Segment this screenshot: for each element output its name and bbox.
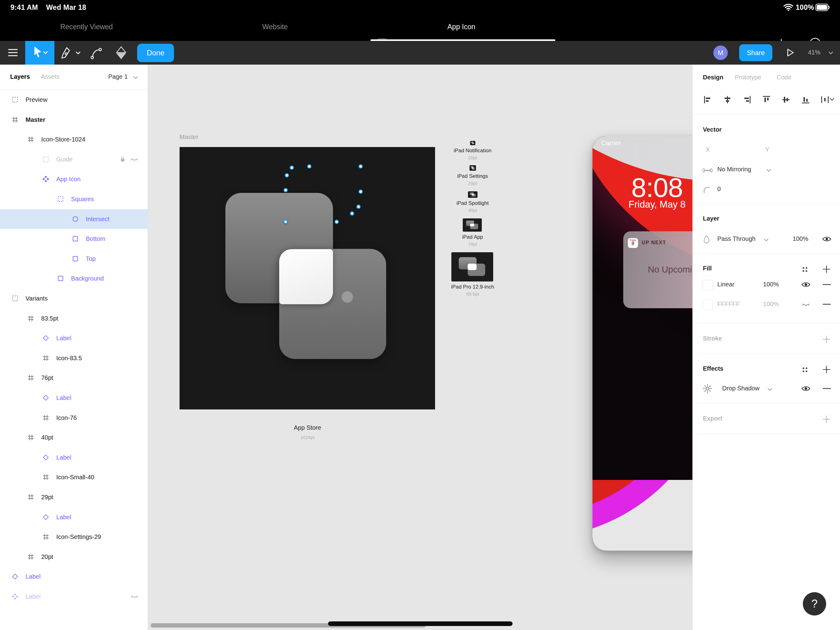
tab-code[interactable]: Code bbox=[777, 74, 791, 81]
vector-handle[interactable] bbox=[307, 164, 311, 169]
vector-handle[interactable] bbox=[358, 190, 363, 194]
help-button[interactable]: ? bbox=[803, 592, 826, 616]
fill-hidden-eye-icon[interactable] bbox=[801, 301, 811, 309]
vector-handle[interactable] bbox=[356, 204, 361, 209]
fill-row-label[interactable]: Linear bbox=[717, 281, 734, 288]
y-field[interactable]: Y bbox=[765, 146, 769, 153]
fill-styles-icon[interactable] bbox=[801, 266, 809, 274]
drop-shadow-label[interactable]: Drop Shadow bbox=[722, 385, 759, 392]
layer-row-icon-small-40[interactable]: Icon-Small-40 bbox=[0, 467, 148, 487]
fill-remove-icon[interactable] bbox=[823, 283, 831, 285]
vector-handle[interactable] bbox=[284, 220, 288, 224]
layer-row-icon-76[interactable]: Icon-76 bbox=[0, 408, 148, 427]
layer-row-variants[interactable]: Variants bbox=[0, 288, 148, 308]
layer-row-label[interactable]: Label bbox=[0, 448, 148, 467]
shape-intersect[interactable] bbox=[279, 249, 333, 304]
variant-caption-title[interactable]: iPad Settings bbox=[457, 173, 488, 179]
layer-row-intersect[interactable]: Intersect bbox=[0, 209, 148, 229]
tab-app-icon[interactable]: App Icon bbox=[447, 23, 475, 31]
page-chevron-icon[interactable] bbox=[133, 76, 138, 79]
variant-preview-20pt[interactable] bbox=[470, 141, 475, 145]
tab-assets[interactable]: Assets bbox=[41, 73, 59, 80]
variant-caption-title[interactable]: iPad Pro 12.9-inch bbox=[451, 284, 494, 290]
vector-handle[interactable] bbox=[350, 211, 354, 216]
layer-row-master[interactable]: Master bbox=[0, 110, 148, 130]
layer-row-label[interactable]: Label bbox=[0, 567, 148, 586]
layer-row-29pt[interactable]: 29pt bbox=[0, 487, 148, 507]
layer-row-label[interactable]: Label bbox=[0, 507, 148, 527]
blend-mode-select[interactable]: Pass Through bbox=[717, 235, 755, 242]
vector-handle[interactable] bbox=[290, 166, 294, 170]
layer-row-guide[interactable]: Guide bbox=[0, 149, 148, 169]
layer-row-label[interactable]: Label bbox=[0, 587, 148, 606]
fill-eye-icon[interactable] bbox=[801, 281, 811, 288]
fill-remove-icon[interactable] bbox=[823, 303, 831, 305]
layer-row-preview[interactable]: Preview bbox=[0, 90, 148, 109]
zoom-level[interactable]: 41% bbox=[808, 49, 820, 56]
effects-styles-icon[interactable] bbox=[801, 366, 809, 374]
variant-preview-40pt[interactable] bbox=[468, 192, 477, 198]
done-button[interactable]: Done bbox=[137, 44, 174, 62]
layer-row-icon-store-1024[interactable]: Icon-Store-1024 bbox=[0, 130, 148, 149]
layer-row-20pt[interactable]: 20pt bbox=[0, 547, 148, 567]
variant-caption-title[interactable]: iPad App bbox=[462, 234, 483, 240]
align-v-center-icon[interactable] bbox=[781, 95, 791, 104]
fill-row-opacity[interactable]: 100% bbox=[751, 301, 779, 308]
effects-add-icon[interactable] bbox=[822, 365, 831, 374]
lock-icon[interactable] bbox=[119, 156, 126, 163]
hidden-eye-icon[interactable] bbox=[130, 155, 138, 163]
layer-opacity-field[interactable]: 100% bbox=[781, 235, 808, 242]
mirroring-chevron-icon[interactable] bbox=[766, 169, 771, 172]
layer-row-83-5pt[interactable]: 83.5pt bbox=[0, 309, 148, 328]
align-top-icon[interactable] bbox=[762, 95, 771, 104]
pen-tool-chevron-icon[interactable] bbox=[75, 51, 82, 55]
layer-row-40pt[interactable]: 40pt bbox=[0, 427, 148, 447]
dot-circle[interactable] bbox=[342, 291, 353, 303]
present-icon[interactable] bbox=[785, 47, 796, 58]
layer-row-squares[interactable]: Squares bbox=[0, 189, 148, 209]
variant-preview-29pt[interactable] bbox=[469, 165, 476, 171]
vector-handle[interactable] bbox=[285, 173, 289, 177]
layer-row-background[interactable]: Background bbox=[0, 269, 148, 288]
layer-visibility-eye-icon[interactable] bbox=[822, 235, 832, 243]
frame-caption-title[interactable]: App Store bbox=[294, 424, 321, 431]
layer-row-top[interactable]: Top bbox=[0, 249, 148, 269]
share-button[interactable]: Share bbox=[739, 44, 772, 61]
fill-add-icon[interactable] bbox=[822, 264, 831, 274]
distribute-icon[interactable] bbox=[820, 95, 830, 104]
align-more-chevron-icon[interactable] bbox=[829, 98, 834, 101]
menu-icon[interactable] bbox=[8, 48, 18, 57]
align-bottom-icon[interactable] bbox=[801, 95, 810, 104]
variant-caption-title[interactable]: iPad Spotlight bbox=[456, 200, 489, 206]
vector-handle[interactable] bbox=[358, 164, 363, 169]
layer-row-label[interactable]: Label bbox=[0, 328, 148, 348]
page-selector[interactable]: Page 1 bbox=[108, 73, 128, 80]
frame-title-master[interactable]: Master bbox=[180, 133, 198, 141]
variant-preview-83.5pt[interactable] bbox=[452, 252, 493, 282]
blend-chevron-icon[interactable] bbox=[763, 238, 769, 242]
vector-handle[interactable] bbox=[284, 188, 288, 192]
tab-layers[interactable]: Layers bbox=[10, 73, 30, 80]
fill-row-opacity[interactable]: 100% bbox=[751, 281, 779, 288]
x-field[interactable]: X bbox=[706, 146, 710, 153]
move-tool-button[interactable] bbox=[25, 41, 54, 65]
home-indicator[interactable] bbox=[328, 621, 513, 626]
hidden-eye-icon[interactable] bbox=[130, 592, 138, 600]
iphone-mockup[interactable]: Carrier 8:08 Friday, May 8 Friday 8 UP N… bbox=[592, 136, 692, 551]
bend-tool-icon[interactable] bbox=[90, 46, 103, 59]
vector-handle[interactable] bbox=[335, 220, 339, 224]
layer-row-icon-83-5[interactable]: Icon-83.5 bbox=[0, 348, 148, 368]
layer-row-label[interactable]: Label bbox=[0, 388, 148, 408]
align-left-icon[interactable] bbox=[703, 95, 713, 104]
layer-row-bottom[interactable]: Bottom bbox=[0, 229, 148, 249]
fill-row-label[interactable]: FFFFFF bbox=[717, 301, 740, 308]
layer-row-app-icon[interactable]: App Icon bbox=[0, 169, 148, 189]
export-add-icon[interactable] bbox=[822, 415, 831, 424]
mirroring-select[interactable]: No Mirroring bbox=[717, 166, 751, 173]
fill-swatch[interactable] bbox=[703, 300, 713, 310]
shape-tool-icon[interactable] bbox=[115, 46, 127, 60]
canvas[interactable]: Master App Store 1024pt iPad Notificatio… bbox=[148, 65, 692, 630]
align-right-icon[interactable] bbox=[742, 95, 752, 104]
corner-radius-field[interactable]: 0 bbox=[717, 185, 721, 193]
stroke-add-icon[interactable] bbox=[822, 335, 831, 344]
